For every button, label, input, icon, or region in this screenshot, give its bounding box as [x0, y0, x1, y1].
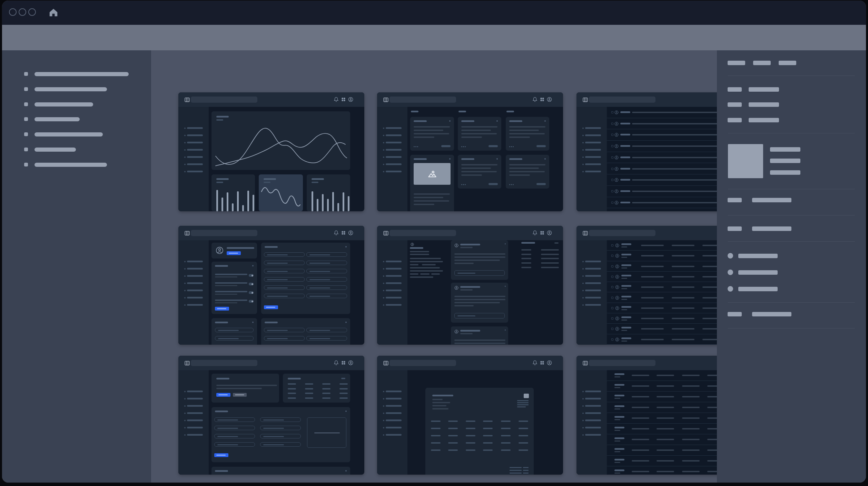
comment-input[interactable] [454, 313, 505, 318]
record-row[interactable] [607, 370, 717, 381]
input-field[interactable] [260, 442, 301, 447]
app-frame-forms_dashboard[interactable] [178, 356, 364, 475]
frame-search-bar[interactable] [389, 360, 456, 366]
sidebar-item[interactable] [2, 159, 151, 170]
traffic-light-maximize[interactable] [28, 8, 36, 16]
panel-tab[interactable] [753, 61, 771, 65]
bell-icon[interactable] [532, 360, 537, 365]
user-row[interactable] [607, 293, 717, 303]
app-frame-email_list[interactable] [576, 92, 717, 211]
email-row[interactable] [607, 141, 717, 152]
frame-search-bar[interactable] [589, 360, 655, 366]
app-frame-analytics[interactable] [178, 92, 364, 211]
input-field[interactable] [214, 426, 255, 430]
toggle-switch[interactable] [249, 291, 254, 294]
toggle-switch[interactable] [249, 283, 254, 285]
user-icon[interactable] [547, 97, 552, 102]
bell-icon[interactable] [334, 360, 339, 365]
apps-icon[interactable] [341, 360, 346, 365]
checkbox-icon[interactable] [611, 190, 614, 193]
bell-icon[interactable] [532, 97, 537, 102]
apps-icon[interactable] [540, 360, 545, 365]
record-row[interactable] [607, 456, 717, 466]
toggle-switch[interactable] [249, 300, 254, 303]
frame-search-bar[interactable] [589, 230, 655, 236]
traffic-light-close[interactable] [9, 8, 17, 16]
app-frame-invoice[interactable] [377, 356, 563, 475]
input-field[interactable] [306, 261, 347, 265]
sidebar-item[interactable] [2, 129, 151, 140]
checkbox-icon[interactable] [611, 296, 614, 299]
input-field[interactable] [214, 434, 255, 438]
input-field[interactable] [260, 417, 301, 422]
checkbox-icon[interactable] [611, 338, 614, 341]
frame-search-bar[interactable] [191, 360, 257, 366]
user-icon[interactable] [348, 97, 353, 102]
sidebar-item[interactable] [2, 114, 151, 125]
bell-icon[interactable] [334, 230, 339, 235]
checkbox-icon[interactable] [611, 111, 614, 114]
comment-input[interactable] [454, 270, 505, 276]
checkbox-icon[interactable] [611, 275, 614, 278]
email-row[interactable] [607, 174, 717, 186]
input-field[interactable] [264, 285, 305, 290]
user-row[interactable] [607, 313, 717, 324]
checkbox-icon[interactable] [611, 168, 614, 170]
apps-icon[interactable] [341, 97, 346, 102]
email-row[interactable] [607, 208, 717, 211]
app-frame-settings[interactable] [178, 226, 364, 345]
checkbox-icon[interactable] [611, 133, 614, 136]
apps-icon[interactable] [540, 97, 545, 102]
email-row[interactable] [607, 186, 717, 197]
user-row[interactable] [607, 272, 717, 282]
user-row[interactable] [607, 324, 717, 334]
input-field[interactable] [264, 328, 305, 332]
frame-search-bar[interactable] [389, 97, 456, 103]
user-row[interactable] [607, 303, 717, 313]
design-canvas[interactable] [151, 50, 717, 483]
checkbox-icon[interactable] [611, 265, 614, 268]
input-field[interactable] [264, 336, 305, 341]
sidebar-item[interactable] [2, 144, 151, 155]
checkbox-icon[interactable] [611, 307, 614, 310]
primary-button[interactable] [227, 251, 241, 255]
user-icon[interactable] [547, 230, 552, 235]
user-row[interactable] [607, 282, 717, 292]
panel-tab[interactable] [779, 61, 796, 65]
app-frame-kanban[interactable] [377, 92, 563, 211]
primary-button[interactable] [214, 453, 228, 457]
radio-option[interactable] [728, 286, 797, 292]
checkbox-icon[interactable] [611, 244, 614, 247]
user-row[interactable] [607, 261, 717, 272]
apps-icon[interactable] [341, 230, 346, 235]
panel-tab[interactable] [728, 61, 745, 65]
email-row[interactable] [607, 197, 717, 209]
checkbox-icon[interactable] [611, 317, 614, 320]
user-row[interactable] [607, 334, 717, 345]
app-frame-social_feed[interactable] [377, 226, 563, 345]
input-field[interactable] [306, 277, 347, 282]
checkbox-icon[interactable] [611, 156, 614, 159]
input-field[interactable] [306, 336, 347, 341]
user-icon[interactable] [348, 360, 353, 365]
bell-icon[interactable] [532, 230, 537, 235]
sidebar-item[interactable] [2, 99, 151, 110]
input-field[interactable] [306, 285, 347, 290]
frame-search-bar[interactable] [191, 230, 257, 236]
secondary-button[interactable] [233, 393, 247, 397]
input-field[interactable] [215, 336, 254, 341]
email-row[interactable] [607, 129, 717, 141]
record-row[interactable] [607, 402, 717, 413]
sidebar-item[interactable] [2, 84, 151, 95]
frame-search-bar[interactable] [191, 97, 257, 103]
app-frame-records_table[interactable] [576, 356, 717, 475]
upload-box[interactable] [307, 417, 346, 448]
input-field[interactable] [306, 252, 347, 257]
record-row[interactable] [607, 445, 717, 456]
input-field[interactable] [306, 269, 347, 273]
user-row[interactable] [607, 240, 717, 251]
input-field[interactable] [264, 294, 305, 298]
toggle-switch[interactable] [249, 274, 254, 277]
user-icon[interactable] [547, 360, 552, 365]
traffic-light-minimize[interactable] [19, 8, 26, 16]
